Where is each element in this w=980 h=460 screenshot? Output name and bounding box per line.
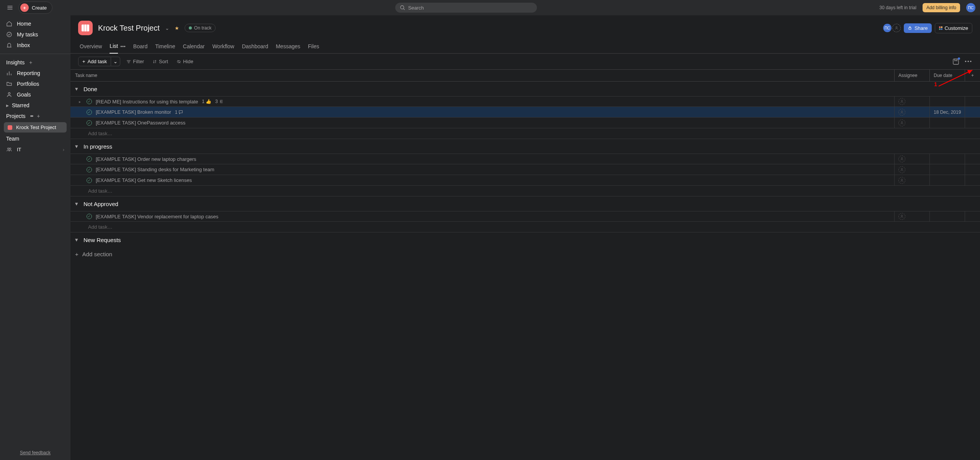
due-date-cell[interactable]	[929, 97, 965, 106]
column-assignee[interactable]: Assignee	[894, 70, 929, 81]
search-input[interactable]: Search	[395, 3, 537, 13]
comment-count[interactable]: 1	[175, 110, 183, 115]
member-avatar[interactable]: ПС	[883, 24, 892, 32]
add-billing-button[interactable]: Add billing info	[923, 3, 960, 12]
add-task-row[interactable]: Add task…	[70, 186, 980, 196]
add-task-row[interactable]: Add task…	[70, 222, 980, 232]
due-date-cell[interactable]: 18 Dec, 2019	[929, 107, 965, 117]
due-date-cell[interactable]	[929, 211, 965, 221]
assignee-cell[interactable]	[894, 175, 929, 185]
send-feedback-link[interactable]: Send feedback	[0, 445, 70, 460]
sidebar-insights-header[interactable]: Insights +	[0, 57, 70, 68]
section-header[interactable]: ▾In progress	[70, 139, 980, 154]
task-row[interactable]: [EXAMPLE TASK] Standing desks for Market…	[70, 164, 980, 175]
tab-calendar[interactable]: Calendar	[183, 40, 205, 53]
tab-dashboard[interactable]: Dashboard	[242, 40, 268, 53]
complete-checkbox[interactable]	[87, 156, 92, 162]
status-chip[interactable]: On track	[185, 24, 216, 32]
sidebar-home[interactable]: Home	[0, 18, 70, 29]
tab-list[interactable]: List	[110, 40, 118, 54]
sidebar-team-it[interactable]: IT ›	[0, 144, 70, 155]
add-task-dropdown[interactable]: ⌄	[111, 57, 120, 66]
task-row[interactable]: [EXAMPLE TASK] Broken monitor1 18 Dec, 2…	[70, 107, 980, 118]
home-icon	[6, 21, 12, 27]
plus-icon[interactable]: +	[29, 59, 32, 65]
sidebar-project-item[interactable]: Krock Test Project	[4, 122, 67, 133]
create-button[interactable]: + Create	[18, 2, 52, 14]
menu-button[interactable]	[5, 2, 15, 13]
due-date-cell[interactable]	[929, 118, 965, 128]
task-row[interactable]: [EXAMPLE TASK] OnePassword access	[70, 118, 980, 128]
projects-label: Projects	[6, 113, 26, 119]
subtask-count[interactable]: 3	[215, 99, 224, 104]
extra-cell	[965, 97, 980, 106]
section-header[interactable]: ▾New Requests	[70, 232, 980, 247]
more-menu-button[interactable]: •••	[965, 59, 972, 64]
add-column-button[interactable]: +	[965, 70, 980, 81]
complete-checkbox[interactable]	[87, 214, 92, 219]
filter-button[interactable]: Filter	[124, 59, 146, 64]
add-section-button[interactable]: + Add section	[70, 247, 980, 261]
plus-icon[interactable]: +	[37, 113, 40, 119]
task-row[interactable]: ▸[READ ME] Instructions for using this t…	[70, 96, 980, 107]
sidebar-my-tasks[interactable]: My tasks	[0, 29, 70, 40]
sidebar-team-header[interactable]: Team	[0, 133, 70, 144]
task-row[interactable]: [EXAMPLE TASK] Get new Sketch licenses	[70, 175, 980, 186]
section-header[interactable]: ▾Not Approved	[70, 196, 980, 211]
svg-point-5	[896, 26, 897, 28]
dots-icon[interactable]: •••	[30, 113, 33, 119]
tab-files[interactable]: Files	[308, 40, 319, 53]
complete-checkbox[interactable]	[87, 110, 92, 115]
section: ▾In progress[EXAMPLE TASK] Order new lap…	[70, 139, 980, 196]
assignee-cell[interactable]	[894, 118, 929, 128]
create-label: Create	[32, 5, 47, 11]
assignee-cell[interactable]	[894, 97, 929, 106]
user-avatar[interactable]: ПС	[966, 3, 975, 12]
hide-button[interactable]: Hide	[174, 59, 196, 64]
task-row[interactable]: [EXAMPLE TASK] Order new laptop chargers	[70, 154, 980, 164]
expand-icon[interactable]: ▸	[79, 100, 83, 104]
assignee-cell[interactable]	[894, 107, 929, 117]
complete-checkbox[interactable]	[87, 120, 92, 126]
tab-board[interactable]: Board	[133, 40, 147, 53]
add-task-button[interactable]: + Add task	[78, 57, 111, 66]
sidebar-projects-header[interactable]: Projects ••• +	[0, 111, 70, 121]
share-button[interactable]: Share	[904, 23, 932, 33]
star-icon[interactable]: ★	[175, 25, 179, 31]
complete-checkbox[interactable]	[87, 99, 92, 104]
task-row[interactable]: [EXAMPLE TASK] Vendor replacement for la…	[70, 211, 980, 222]
sidebar-portfolios[interactable]: Portfolios	[0, 79, 70, 89]
add-task-row[interactable]: Add task…	[70, 128, 980, 139]
customize-button[interactable]: Customize	[935, 23, 972, 33]
add-member-button[interactable]	[892, 24, 901, 32]
assignee-cell[interactable]	[894, 164, 929, 175]
sidebar-reporting[interactable]: Reporting	[0, 68, 70, 79]
assignee-cell[interactable]	[894, 154, 929, 164]
tab-overview[interactable]: Overview	[80, 40, 102, 53]
due-date-cell[interactable]	[929, 154, 965, 164]
tab-workflow[interactable]: Workflow	[212, 40, 234, 53]
due-date-cell[interactable]	[929, 175, 965, 185]
tab-options-icon[interactable]: •••	[120, 44, 126, 49]
sort-button[interactable]: Sort	[150, 59, 170, 64]
tab-messages[interactable]: Messages	[276, 40, 300, 53]
chevron-right-icon: ›	[63, 147, 64, 152]
column-task-name[interactable]: Task name	[70, 70, 894, 81]
tab-timeline[interactable]: Timeline	[155, 40, 175, 53]
complete-checkbox[interactable]	[87, 178, 92, 183]
chevron-down-icon[interactable]: ⌄	[165, 25, 169, 31]
tab-label: Dashboard	[242, 43, 268, 49]
bell-icon	[6, 42, 12, 48]
save-layout-button[interactable]	[952, 58, 959, 65]
column-due-date[interactable]: Due date	[929, 70, 965, 81]
due-date-cell[interactable]	[929, 164, 965, 175]
sidebar-home-label: Home	[17, 21, 31, 27]
sidebar-goals[interactable]: Goals	[0, 89, 70, 100]
complete-checkbox[interactable]	[87, 167, 92, 172]
section-header[interactable]: ▾Done	[70, 82, 980, 96]
section-name: In progress	[83, 143, 112, 150]
assignee-cell[interactable]	[894, 211, 929, 221]
sidebar-starred-header[interactable]: ▸ Starred	[0, 100, 70, 111]
sidebar-inbox[interactable]: Inbox	[0, 40, 70, 51]
like-count[interactable]: 1 👍	[202, 99, 211, 104]
